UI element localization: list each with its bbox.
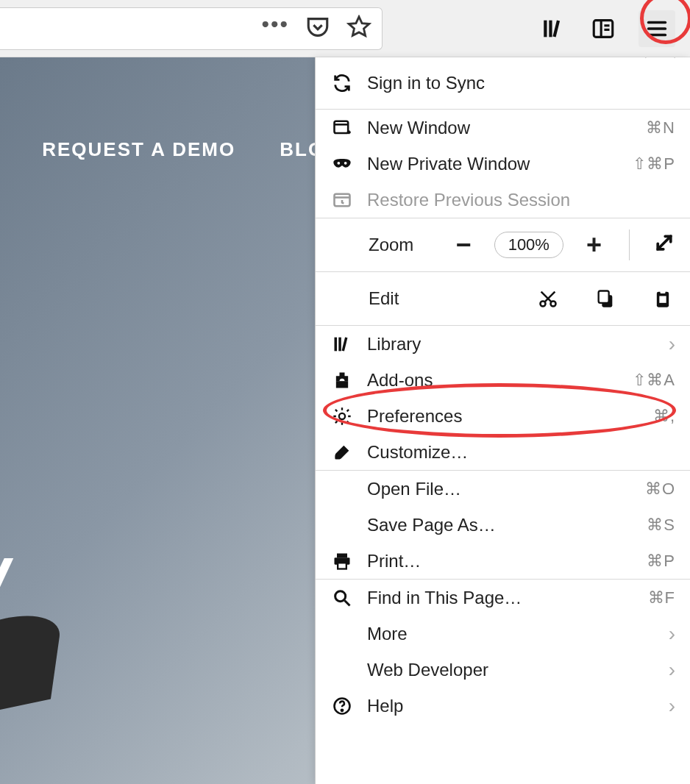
menu-label: Open File… <box>367 479 632 499</box>
menu-label: Save Page As… <box>367 515 633 535</box>
menu-item-save-page[interactable]: Save Page As… ⌘S <box>316 507 690 543</box>
menu-item-customize[interactable]: Customize… <box>316 434 690 470</box>
svg-rect-30 <box>342 337 348 351</box>
svg-rect-28 <box>335 337 338 351</box>
pocket-icon[interactable] <box>305 15 330 43</box>
menu-label: Print… <box>367 551 633 571</box>
svg-point-36 <box>335 591 346 601</box>
paintbrush-icon <box>330 442 354 463</box>
svg-rect-0 <box>544 21 547 38</box>
menu-label: Customize… <box>367 442 675 463</box>
menu-item-web-developer[interactable]: Web Developer › <box>316 652 690 688</box>
svg-rect-31 <box>336 381 348 388</box>
menu-shortcut: ⌘N <box>646 118 675 138</box>
menu-shortcut: ⌘, <box>653 407 675 426</box>
sidebar-icon[interactable] <box>588 14 618 43</box>
menu-item-print[interactable]: Print… ⌘P <box>316 543 690 579</box>
menu-item-more[interactable]: More › <box>316 616 690 652</box>
svg-line-37 <box>345 600 350 605</box>
menu-item-preferences[interactable]: Preferences ⌘, <box>316 398 690 434</box>
menu-item-library[interactable]: Library › <box>316 326 690 362</box>
zoom-in-button[interactable]: + <box>583 229 605 260</box>
airplane-wing <box>0 606 64 730</box>
menu-item-addons[interactable]: Add-ons ⇧⌘A <box>316 362 690 398</box>
menu-label: Preferences <box>367 406 640 427</box>
menu-shortcut: ⇧⌘A <box>633 371 675 390</box>
menu-edit-row: Edit <box>316 272 690 325</box>
url-bar[interactable]: ••• <box>0 7 383 50</box>
svg-rect-33 <box>337 553 347 557</box>
page-nav: LS REQUEST A DEMO BLOG <box>0 138 341 161</box>
zoom-out-button[interactable]: − <box>452 229 474 260</box>
menu-label: Help <box>367 696 655 716</box>
help-icon <box>330 696 354 716</box>
svg-rect-24 <box>599 291 609 303</box>
menu-shortcut: ⇧⌘P <box>633 154 675 174</box>
svg-rect-3 <box>594 21 613 38</box>
menu-shortcut: ⌘O <box>645 480 675 499</box>
search-icon <box>330 588 354 608</box>
menu-shortcut: ⌘P <box>647 552 675 571</box>
menu-label: Add-ons <box>367 370 619 391</box>
library-icon[interactable] <box>538 14 568 43</box>
menu-label: New Window <box>367 118 633 138</box>
hamburger-menu-button[interactable] <box>639 10 675 47</box>
menu-label: Sign in to Sync <box>367 73 675 93</box>
paste-icon[interactable] <box>650 288 675 309</box>
menu-item-restore-session: Restore Previous Session <box>316 182 690 218</box>
menu-label: Library <box>367 334 655 354</box>
svg-rect-26 <box>661 290 666 293</box>
nav-item-request-demo[interactable]: REQUEST A DEMO <box>42 138 235 161</box>
svg-rect-2 <box>552 20 560 37</box>
menu-label: Restore Previous Session <box>367 190 675 210</box>
zoom-percent[interactable]: 100% <box>494 232 563 258</box>
menu-shortcut: ⌘S <box>647 516 675 535</box>
svg-rect-27 <box>659 296 666 303</box>
menu-label: New Private Window <box>367 154 619 174</box>
toolbar-right-icons <box>538 0 675 57</box>
copy-icon[interactable] <box>593 288 618 309</box>
menu-label: Web Developer <box>367 660 655 680</box>
svg-rect-35 <box>338 563 346 569</box>
chevron-right-icon: › <box>669 694 675 718</box>
svg-point-14 <box>337 161 340 164</box>
sync-icon <box>330 73 354 93</box>
zoom-label: Zoom <box>369 235 413 255</box>
new-window-icon <box>330 118 354 138</box>
edit-label: Edit <box>369 288 503 309</box>
svg-point-15 <box>344 161 347 164</box>
menu-item-new-window[interactable]: New Window ⌘N <box>316 110 690 146</box>
svg-point-32 <box>339 413 345 418</box>
bookmark-star-icon[interactable] <box>346 15 371 43</box>
menu-shortcut: ⌘F <box>648 588 675 607</box>
library-icon <box>330 334 354 354</box>
svg-rect-1 <box>549 21 552 38</box>
menu-item-help[interactable]: Help › <box>316 688 690 724</box>
print-icon <box>330 551 354 571</box>
browser-toolbar: ••• <box>0 0 690 57</box>
chevron-right-icon: › <box>669 622 675 646</box>
chevron-right-icon: › <box>669 332 675 356</box>
chevron-right-icon: › <box>669 658 675 682</box>
svg-rect-29 <box>338 337 341 351</box>
gear-icon <box>330 406 354 427</box>
main-menu-panel: Sign in to Sync New Window ⌘N New Privat… <box>315 57 690 784</box>
menu-label: More <box>367 624 655 644</box>
separator <box>629 229 630 260</box>
svg-point-39 <box>341 709 343 710</box>
mask-icon <box>330 154 354 174</box>
svg-rect-10 <box>335 121 349 132</box>
restore-icon <box>330 190 354 210</box>
menu-item-sync[interactable]: Sign in to Sync <box>316 57 690 109</box>
fullscreen-icon[interactable] <box>653 232 675 258</box>
addons-icon <box>330 370 354 391</box>
menu-item-find[interactable]: Find in This Page… ⌘F <box>316 580 690 616</box>
menu-item-new-private-window[interactable]: New Private Window ⇧⌘P <box>316 146 690 182</box>
menu-item-open-file[interactable]: Open File… ⌘O <box>316 471 690 507</box>
svg-line-18 <box>658 236 671 249</box>
menu-zoom-row: Zoom − 100% + <box>316 218 690 271</box>
menu-label: Find in This Page… <box>367 588 635 608</box>
cut-icon[interactable] <box>536 288 561 309</box>
